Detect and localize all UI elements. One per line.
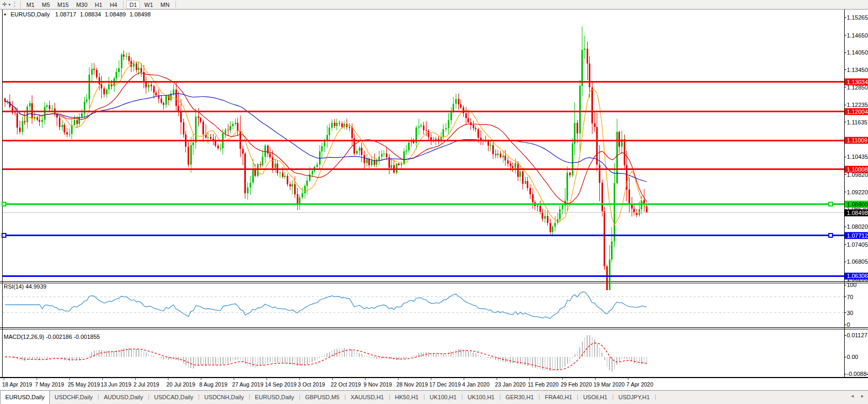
chart-tab-eurusd-daily[interactable]: EURUSD,Daily <box>250 391 299 404</box>
candle-body-up <box>284 176 286 177</box>
candle-body-up <box>192 142 194 145</box>
candle-body-up <box>381 154 383 156</box>
chart-canvas[interactable]: 1.152651.146501.140501.134501.128501.122… <box>0 10 868 390</box>
candle-body-down <box>351 127 353 138</box>
y-tick-label: 1.10435 <box>847 154 868 160</box>
date-label: 2 Jul 2019 <box>134 381 160 388</box>
candle-body-down <box>591 87 593 123</box>
candle-body-up <box>544 216 546 219</box>
candle-body-down <box>374 160 375 165</box>
candle-body-down <box>477 129 479 138</box>
candle-body-up <box>378 157 380 160</box>
candle-body-down <box>470 122 472 125</box>
candle-body-down <box>178 106 179 111</box>
tab-scroll-left-icon[interactable]: ◂ <box>851 393 854 399</box>
chart-tab-usdcad-daily[interactable]: USDCAD,Daily <box>149 391 198 404</box>
candle-body-down <box>4 98 6 101</box>
chart-tab-uk100-h1[interactable]: UK100,H1 <box>463 391 499 404</box>
candle-body-down <box>577 123 578 133</box>
chart-tab-ger30-h1[interactable]: GER30,H1 <box>501 391 538 404</box>
chart-tab-usdjpy-h1[interactable]: USDJPY,H1 <box>614 391 654 404</box>
timeframe-button-m15[interactable]: M15 <box>54 1 72 9</box>
date-label: 9 Nov 2019 <box>364 381 392 388</box>
candle-body-down <box>202 122 204 134</box>
timeframe-button-h1[interactable]: H1 <box>92 1 105 9</box>
candle-body-down <box>59 118 60 127</box>
candle-body-up <box>525 181 526 184</box>
chart-tab-audusd-daily[interactable]: AUDUSD,Daily <box>99 391 148 404</box>
candle-body-down <box>282 173 284 177</box>
macd-scale-label: 0.011277 <box>847 332 868 338</box>
candle-body-up <box>250 183 251 187</box>
date-label: 23 Jan 2020 <box>495 381 526 388</box>
candle-body-down <box>510 164 511 166</box>
date-label: 25 May 2019 <box>68 381 100 388</box>
line-handle[interactable] <box>829 202 832 206</box>
timeframe-button-w1[interactable]: W1 <box>141 1 156 9</box>
candle-body-up <box>371 160 373 165</box>
macd-scale-label: -0.008845 <box>847 371 868 377</box>
candle-body-down <box>465 113 467 118</box>
chevron-down-icon[interactable]: ▾ <box>8 3 11 7</box>
timeframe-button-m1[interactable]: M1 <box>23 1 38 9</box>
line-handle[interactable] <box>2 202 6 206</box>
candle-body-down <box>183 122 184 134</box>
toolbar-separator <box>175 1 176 8</box>
candle-body-up <box>329 128 330 134</box>
y-tick-label: 1.13450 <box>847 67 868 73</box>
candle-body-down <box>529 188 531 194</box>
chart-tab-usdcnh-daily[interactable]: USDCNH,Daily <box>200 391 249 404</box>
candle-body-up <box>401 164 402 165</box>
candle-body-down <box>428 131 429 137</box>
crosshair-tool-icon[interactable]: ✛ <box>2 2 7 7</box>
chart-tab-usdchf-daily[interactable]: USDCHF,Daily <box>50 391 98 404</box>
date-label: 7 Apr 2020 <box>626 381 653 388</box>
timeframe-button-m5[interactable]: M5 <box>39 1 53 9</box>
candle-body-up <box>559 209 561 219</box>
chart-tab-eurusd-daily[interactable]: EURUSD,Daily <box>0 391 50 404</box>
chart-tab-uk100-h1[interactable]: UK100,H1 <box>425 391 462 404</box>
candle-body-down <box>606 266 608 290</box>
candle-body-down <box>287 176 288 184</box>
candle-body-up <box>356 151 358 154</box>
candle-body-down <box>260 164 261 165</box>
candle-body-down <box>631 204 633 209</box>
line-handle[interactable] <box>829 234 832 237</box>
chart-tab-gbpusd-m5[interactable]: GBPUSD,M5 <box>300 391 344 404</box>
line-handle[interactable] <box>2 234 6 237</box>
chart-collapse-icon[interactable]: ▼ <box>3 13 7 16</box>
y-tick-label: 1.06805 <box>847 258 868 265</box>
y-tick-label: 1.15265 <box>847 14 868 21</box>
chart-tab-hk50-h1[interactable]: HK50,H1 <box>390 391 423 404</box>
chart-tab-usoil-h1[interactable]: USOil,H1 <box>578 391 612 404</box>
candle-body-up <box>453 104 454 112</box>
candle-body-down <box>488 141 489 146</box>
candle-body-down <box>128 56 130 61</box>
toolbar: ✛ ▾ M1M5M15M30H1H4D1W1MN <box>0 0 868 10</box>
toolbar-separator <box>123 1 123 8</box>
candle-body-down <box>272 157 273 167</box>
candle-body-up <box>291 184 293 186</box>
timeframe-button-d1[interactable]: D1 <box>126 1 140 9</box>
timeframe-button-mn[interactable]: MN <box>157 1 173 9</box>
candle-body-down <box>161 98 162 103</box>
candle-body-up <box>116 72 117 78</box>
timeframe-button-h4[interactable]: H4 <box>107 1 120 9</box>
candle-body-down <box>500 154 501 157</box>
candle-body-up <box>324 141 325 146</box>
chart-tabs: EURUSD,DailyUSDCHF,Daily|AUDUSD,Daily|US… <box>0 391 656 404</box>
candle-body-up <box>502 156 504 157</box>
y-tick-label: 1.12235 <box>847 102 868 108</box>
timeframe-button-m30[interactable]: M30 <box>73 1 91 9</box>
candle-body-up <box>616 132 618 184</box>
tab-scroll-right-icon[interactable]: ▸ <box>861 393 864 399</box>
toolbar-grip[interactable] <box>14 2 15 7</box>
tab-scroll-arrows: ◂ ▸ <box>851 393 864 399</box>
candle-body-up <box>44 107 46 120</box>
candle-body-down <box>624 139 625 165</box>
y-tick-label: 1.14650 <box>847 32 868 39</box>
chart-tab-xauusd-h1[interactable]: XAUUSD,H1 <box>346 391 389 404</box>
chart-title-low: 1.08489 <box>105 11 126 17</box>
candle-body-up <box>408 142 410 150</box>
chart-tab-fra40-h1[interactable]: FRA40,H1 <box>540 391 577 404</box>
